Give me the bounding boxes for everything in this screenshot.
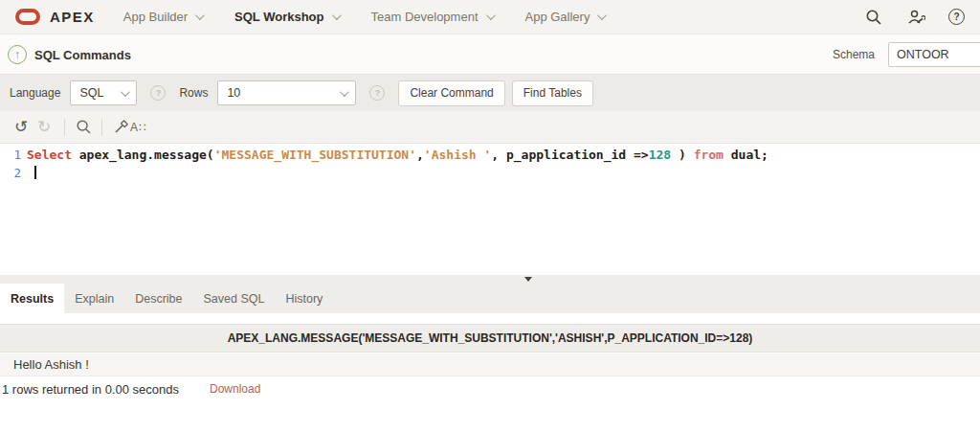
chevron-down-icon xyxy=(195,11,205,20)
nav-label: App Gallery xyxy=(525,10,590,24)
up-arrow-circle-icon[interactable]: ↑ xyxy=(8,45,27,64)
oracle-logo-icon xyxy=(15,9,40,25)
results-panel: APEX_LANG.MESSAGE('MESSAGE_WITH_SUBSTITU… xyxy=(0,313,980,433)
results-tabbar: Results Explain Describe Saved SQL Histo… xyxy=(0,284,980,313)
region-title-bar: ↑ SQL Commands Schema ONTOOR xyxy=(0,35,980,75)
brand-name: APEX xyxy=(50,9,95,25)
font-size-icon[interactable]: A∷ xyxy=(130,121,147,134)
tab-explain[interactable]: Explain xyxy=(64,284,124,313)
schema-select[interactable]: ONTOOR xyxy=(888,42,980,67)
sql-code-editor[interactable]: 1 Select apex_lang.message('MESSAGE_WITH… xyxy=(0,144,980,275)
tab-history[interactable]: History xyxy=(275,284,333,313)
rows-select[interactable]: 10 xyxy=(217,80,356,105)
nav-item-team-development[interactable]: Team Development xyxy=(371,10,493,24)
toolbar-divider xyxy=(64,119,65,136)
download-link[interactable]: Download xyxy=(210,382,260,396)
nav-items: App Builder SQL Workshop Team Developmen… xyxy=(123,10,605,24)
chevron-down-icon xyxy=(597,11,607,20)
nav-label: Team Development xyxy=(371,10,479,24)
splitter-bar[interactable] xyxy=(0,275,980,284)
language-label: Language xyxy=(10,86,60,100)
top-navigation-bar: APEX App Builder SQL Workshop Team Devel… xyxy=(0,0,980,34)
schema-value: ONTOOR xyxy=(897,48,949,61)
nav-right-icons: ? xyxy=(864,8,965,27)
line-number: 2 xyxy=(0,166,27,180)
brand[interactable]: APEX xyxy=(15,9,95,25)
language-select[interactable]: SQL xyxy=(70,80,137,105)
nav-item-sql-workshop[interactable]: SQL Workshop xyxy=(234,10,338,24)
rows-value: 10 xyxy=(227,86,240,100)
nav-item-app-gallery[interactable]: App Gallery xyxy=(525,10,605,24)
toolbar-divider xyxy=(101,119,102,136)
help-icon[interactable]: ? xyxy=(948,9,965,25)
find-tables-button[interactable]: Find Tables xyxy=(512,80,593,106)
search-icon[interactable] xyxy=(864,8,883,27)
line-number: 1 xyxy=(0,148,27,162)
chevron-down-icon xyxy=(485,11,495,20)
chevron-down-icon xyxy=(121,87,130,97)
chevron-down-icon xyxy=(340,87,349,97)
nav-label: App Builder xyxy=(123,10,188,24)
rows-help-icon[interactable]: ? xyxy=(369,85,385,101)
apex-sql-commands-page: APEX App Builder SQL Workshop Team Devel… xyxy=(0,0,980,433)
text-cursor xyxy=(34,166,36,179)
language-value: SQL xyxy=(79,86,103,100)
clear-command-button[interactable]: Clear Command xyxy=(398,80,504,106)
results-footer: 1 rows returned in 0.00 seconds Download xyxy=(0,378,980,399)
tab-saved-sql[interactable]: Saved SQL xyxy=(192,284,275,313)
rows-label: Rows xyxy=(179,86,208,100)
redo-icon[interactable]: ↻ xyxy=(33,119,56,135)
tab-results[interactable]: Results xyxy=(0,284,64,313)
schema-group: Schema ONTOOR xyxy=(833,42,980,67)
language-help-icon[interactable]: ? xyxy=(150,85,166,101)
tab-describe[interactable]: Describe xyxy=(124,284,192,313)
result-row: Hello Ashish ! xyxy=(0,353,980,376)
editor-search-icon[interactable] xyxy=(74,118,93,137)
user-admin-icon[interactable] xyxy=(906,8,925,27)
code-line-1[interactable]: 1 Select apex_lang.message('MESSAGE_WITH… xyxy=(0,147,980,162)
row-count-status: 1 rows returned in 0.00 seconds xyxy=(0,382,179,397)
code-text: Select apex_lang.message('MESSAGE_WITH_S… xyxy=(27,148,768,162)
result-column-header: APEX_LANG.MESSAGE('MESSAGE_WITH_SUBSTITU… xyxy=(0,324,980,353)
editor-toolbar: ↺ ↻ A∷ xyxy=(0,111,980,144)
undo-icon[interactable]: ↺ xyxy=(10,119,33,135)
schema-label: Schema xyxy=(833,48,875,61)
chevron-down-icon xyxy=(331,11,341,20)
splitter-collapse-icon[interactable] xyxy=(524,277,532,282)
page-title: SQL Commands xyxy=(34,48,131,62)
code-line-2[interactable]: 2 xyxy=(0,165,980,180)
nav-item-app-builder[interactable]: App Builder xyxy=(123,10,202,24)
autoformat-wand-icon[interactable] xyxy=(111,118,130,137)
controls-bar: Language SQL ? Rows 10 ? Clear Command F… xyxy=(0,75,980,111)
nav-label: SQL Workshop xyxy=(234,10,323,24)
